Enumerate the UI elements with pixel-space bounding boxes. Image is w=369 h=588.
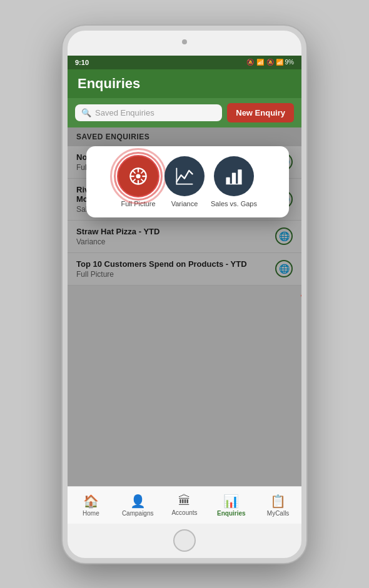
nav-item-campaigns[interactable]: 👤 Campaigns [114,487,161,524]
accounts-nav-label: Accounts [171,509,197,516]
status-bar: 9:10 🔕 📶 🔕 📶 9% [68,56,301,69]
main-content: SAVED ENQUIRIES Northwest Auto Service -… [68,127,301,486]
search-wrapper[interactable]: 🔍 Saved Enquiries [75,104,222,121]
sales-vs-gaps-icon-circle [214,156,254,196]
home-nav-icon: 🏠 [83,494,99,509]
wifi-icon: 📶 [256,59,264,66]
camera [182,39,187,44]
chevron-right-icon[interactable]: ❮ [298,284,306,304]
enquiries-nav-icon: 📊 [223,494,239,509]
mycalls-nav-icon: 📋 [270,494,286,509]
full-picture-svg [127,165,149,187]
search-action-bar: 🔍 Saved Enquiries New Enquiry [68,98,301,127]
status-icons: 🔕 📶 🔕 📶 9% [246,59,294,66]
popup-sales-vs-gaps[interactable]: Sales vs. Gaps [211,156,257,207]
variance-icon-circle [164,156,205,196]
search-placeholder: Saved Enquiries [95,108,154,117]
sales-vs-gaps-svg [223,165,245,187]
svg-line-6 [133,171,135,173]
popup-panel: Full Picture Variance [86,146,289,217]
home-nav-label: Home [83,510,99,517]
svg-rect-13 [232,172,236,184]
nav-item-mycalls[interactable]: 📋 MyCalls [255,487,301,524]
signal-icon: 🔕 [246,59,254,66]
campaigns-nav-icon: 👤 [130,494,146,509]
svg-line-8 [141,171,144,173]
svg-rect-14 [238,169,241,184]
campaigns-nav-label: Campaigns [122,510,154,517]
nav-item-accounts[interactable]: 🏛 Accounts [161,487,208,524]
new-enquiry-button[interactable]: New Enquiry [227,103,294,122]
svg-line-9 [133,179,135,181]
popup-variance[interactable]: Variance [164,156,205,207]
svg-point-1 [136,174,140,178]
popup-full-picture[interactable]: Full Picture [118,156,158,207]
enquiries-nav-label: Enquiries [217,510,246,517]
svg-rect-12 [226,177,230,184]
search-icon: 🔍 [81,108,91,117]
screen: 9:10 🔕 📶 🔕 📶 9% Enquiries 🔍 Saved Enquir… [68,56,301,524]
status-time: 9:10 [75,59,89,66]
mycalls-nav-label: MyCalls [267,510,290,517]
full-picture-icon-circle [118,156,158,196]
battery-label: 🔕 📶 9% [266,59,294,66]
svg-line-7 [141,179,144,181]
home-button[interactable] [173,529,196,552]
page-title: Enquiries [78,76,140,91]
nav-item-enquiries[interactable]: 📊 Enquiries [208,487,255,524]
bottom-nav: 🏠 Home 👤 Campaigns 🏛 Accounts 📊 Enquirie… [68,486,301,524]
sales-vs-gaps-label: Sales vs. Gaps [211,200,257,207]
app-header: Enquiries [68,69,301,98]
tablet-frame: ❮ 9:10 🔕 📶 🔕 📶 9% Enquiries 🔍 Saved Enqu… [63,26,306,563]
nav-item-home[interactable]: 🏠 Home [68,487,114,524]
accounts-nav-icon: 🏛 [178,494,191,508]
variance-label: Variance [171,200,198,207]
variance-svg [173,165,196,187]
full-picture-wrapper [118,156,158,196]
